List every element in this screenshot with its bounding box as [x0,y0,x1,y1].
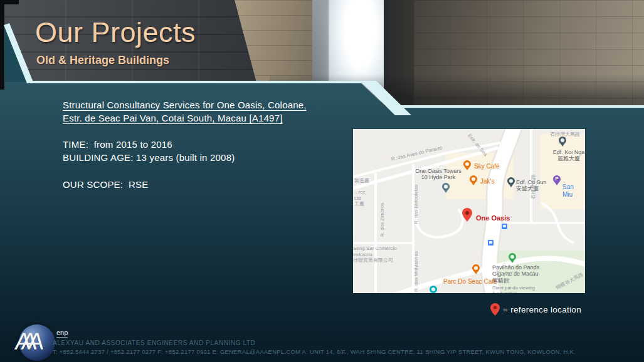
page-title: Our Projects [35,16,196,49]
legend: = reference location [490,303,581,316]
bus-stop-icon [501,223,508,230]
pin-edf-co-sun [507,177,515,185]
pin-sky-cafe [463,160,471,168]
legend-text: = reference location [503,305,581,314]
footer-company-name: ALEXYAU AND ASSOCIATES ENGINEERS AND PLA… [53,339,255,346]
project-link-line1[interactable]: Structural Consultancy Services for One … [63,98,307,111]
project-link[interactable]: Structural Consultancy Services for One … [63,98,307,125]
company-logo-suffix: enp [56,329,68,338]
location-map: Sky CaféJak'sOne Oasis Towers 10 Hyde Pa… [353,129,585,293]
pin-san-miu-parking: P [553,175,561,183]
pin-parc-do-seac-cafe [472,264,480,272]
footer-contact-info: T: +852 5444 2737 / +852 2177 0277 F: +8… [53,348,576,355]
project-link-line2[interactable]: Estr. de Seac Pai Van, Cotai South, Maca… [63,111,307,125]
project-scope: OUR SCOPE: RSE [63,178,148,191]
pin-teal-poi [430,286,437,293]
project-building-age: BUILDING AGE: 13 years (built in 2008) [63,151,235,164]
map-pin-icon [490,303,500,316]
pin-one-oasis [462,208,472,218]
project-time: TIME: from 2015 to 2016 [63,138,172,151]
photo-door-column [312,0,329,108]
company-logo-letters: AAA [14,328,36,355]
photo-floor [270,74,644,108]
pin-panda-pavilion [509,253,516,261]
page-subtitle: Old & Heritage Buildings [36,54,169,67]
slide: Our Projects Old & Heritage Buildings St… [0,0,644,362]
pin-edf-koi-nga [559,137,566,144]
pin-one-oasis-towers [442,183,450,190]
pin-jaks [470,175,477,183]
bus-stop-icon [487,239,494,246]
